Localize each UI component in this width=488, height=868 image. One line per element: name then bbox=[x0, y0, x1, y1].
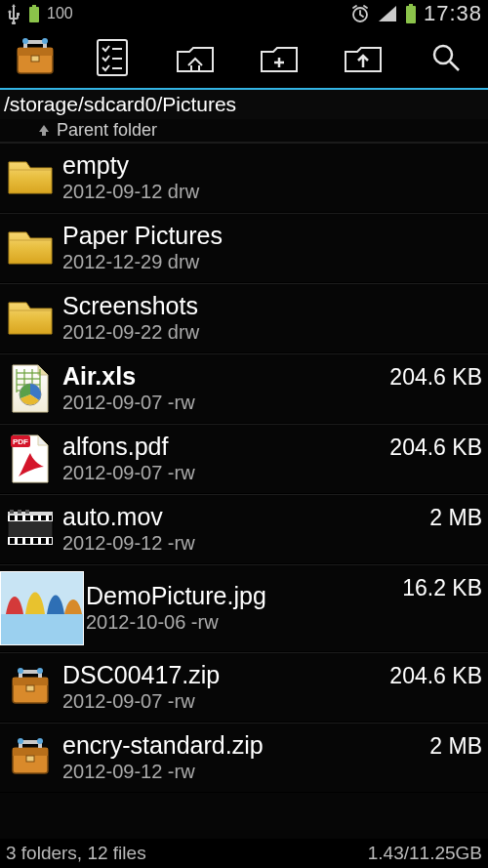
list-item-meta: 2012-09-07 -rw bbox=[62, 462, 382, 484]
svg-rect-45 bbox=[0, 610, 84, 645]
parent-folder-row[interactable]: Parent folder bbox=[0, 119, 488, 143]
svg-point-52 bbox=[37, 668, 43, 674]
svg-point-0 bbox=[8, 10, 11, 13]
search-button[interactable] bbox=[404, 27, 488, 88]
battery-icon bbox=[404, 3, 418, 24]
list-item[interactable]: DSC00417.zip2012-09-07 -rw204.6 KB bbox=[0, 652, 488, 723]
list-item-size: 2 MB bbox=[422, 501, 482, 531]
svg-point-56 bbox=[18, 738, 23, 744]
list-item-name: Paper Pictures bbox=[62, 223, 474, 250]
list-item-meta: 2012-12-29 drw bbox=[62, 251, 474, 273]
svg-rect-41 bbox=[10, 510, 14, 514]
battery-small-icon bbox=[27, 4, 41, 23]
app-icon[interactable] bbox=[0, 27, 70, 88]
svg-rect-37 bbox=[33, 538, 38, 544]
list-item-size bbox=[474, 220, 482, 224]
footer: 3 folders, 12 files 1.43/11.25GB bbox=[0, 839, 488, 868]
list-item-size: 204.6 KB bbox=[382, 360, 482, 391]
svg-rect-9 bbox=[31, 56, 39, 62]
list-item[interactable]: Paper Pictures2012-12-29 drw bbox=[0, 213, 488, 283]
alarm-icon bbox=[349, 3, 371, 24]
list-item-info: encry-standard.zip2012-09-12 -rw bbox=[62, 732, 422, 784]
list-item-meta: 2012-09-07 -rw bbox=[62, 392, 382, 414]
list-item-info: Air.xls2012-09-07 -rw bbox=[62, 363, 382, 415]
list-item-name: empty bbox=[62, 152, 474, 180]
list-item-meta: 2012-09-22 drw bbox=[62, 321, 474, 344]
svg-rect-55 bbox=[26, 756, 34, 762]
list-item[interactable]: auto.mov2012-09-12 -rw2 MB bbox=[0, 494, 488, 564]
upload-folder-button[interactable] bbox=[321, 27, 405, 88]
parent-folder-label: Parent folder bbox=[57, 120, 157, 141]
list-item[interactable]: empty2012-09-12 drw bbox=[0, 143, 488, 213]
path-bar[interactable]: /storage/sdcard0/Pictures bbox=[0, 90, 488, 119]
list-item[interactable]: PDFalfons.pdf2012-09-07 -rw204.6 KB bbox=[0, 424, 488, 494]
folder-icon bbox=[4, 222, 57, 274]
list-item-info: auto.mov2012-09-12 -rw bbox=[62, 504, 422, 556]
svg-point-57 bbox=[37, 738, 43, 744]
signal-icon bbox=[377, 4, 398, 23]
list-item-size: 204.6 KB bbox=[382, 659, 482, 689]
svg-point-10 bbox=[22, 38, 28, 44]
toolbar bbox=[0, 27, 488, 90]
list-item-size bbox=[474, 290, 482, 294]
list-item-size: 2 MB bbox=[422, 729, 482, 760]
folder-icon bbox=[4, 292, 57, 345]
folder-icon bbox=[4, 151, 57, 204]
svg-rect-8 bbox=[18, 48, 53, 56]
svg-rect-3 bbox=[32, 5, 36, 8]
list-item[interactable]: Screenshots2012-09-22 drw bbox=[0, 283, 488, 353]
list-item-name: alfons.pdf bbox=[62, 434, 382, 461]
svg-rect-35 bbox=[18, 538, 22, 544]
clock: 17:38 bbox=[424, 1, 482, 26]
svg-rect-5 bbox=[406, 6, 416, 23]
list-item-meta: 2012-09-12 -rw bbox=[62, 761, 422, 783]
svg-rect-50 bbox=[26, 685, 34, 691]
list-item-name: auto.mov bbox=[62, 504, 422, 531]
new-folder-button[interactable] bbox=[237, 27, 321, 88]
svg-point-51 bbox=[18, 668, 23, 674]
list-item[interactable]: Air.xls2012-09-07 -rw204.6 KB bbox=[0, 353, 488, 424]
svg-rect-2 bbox=[29, 7, 39, 22]
svg-rect-49 bbox=[13, 678, 48, 685]
usb-icon bbox=[6, 3, 21, 24]
up-arrow-icon bbox=[37, 121, 51, 142]
svg-rect-40 bbox=[8, 512, 53, 516]
list-item-name: DemoPicture.jpg bbox=[86, 583, 394, 610]
svg-text:PDF: PDF bbox=[13, 437, 28, 446]
zip-icon bbox=[4, 661, 57, 714]
list-item-meta: 2012-09-07 -rw bbox=[62, 690, 382, 713]
storage-space: 1.43/11.25GB bbox=[368, 843, 482, 864]
list-item-name: Air.xls bbox=[62, 363, 382, 391]
svg-rect-42 bbox=[18, 510, 21, 514]
svg-rect-36 bbox=[25, 538, 30, 544]
list-item[interactable]: DemoPicture.jpg2012-10-06 -rw16.2 KB bbox=[0, 564, 488, 652]
list-item-size: 204.6 KB bbox=[382, 431, 482, 461]
list-item-info: Screenshots2012-09-22 drw bbox=[62, 293, 474, 345]
list-item-meta: 2012-10-06 -rw bbox=[86, 611, 394, 634]
xls-icon bbox=[4, 362, 57, 415]
zip-icon bbox=[4, 731, 57, 784]
list-item-info: empty2012-09-12 drw bbox=[62, 152, 474, 204]
list-item-info: DemoPicture.jpg2012-10-06 -rw bbox=[86, 583, 394, 635]
status-bar: 100 17:38 bbox=[0, 0, 488, 27]
list-item[interactable]: encry-standard.zip2012-09-12 -rw2 MB bbox=[0, 723, 488, 793]
list-item-name: DSC00417.zip bbox=[62, 662, 382, 689]
file-list[interactable]: Parent folder empty2012-09-12 drwPaper P… bbox=[0, 119, 488, 839]
multiselect-button[interactable] bbox=[70, 27, 154, 88]
svg-rect-6 bbox=[409, 4, 413, 7]
home-folder-button[interactable] bbox=[154, 27, 238, 88]
list-item-meta: 2012-09-12 drw bbox=[62, 181, 474, 203]
mov-icon bbox=[4, 503, 57, 556]
list-item-info: alfons.pdf2012-09-07 -rw bbox=[62, 434, 382, 485]
list-item-info: Paper Pictures2012-12-29 drw bbox=[62, 223, 474, 274]
svg-rect-43 bbox=[25, 510, 29, 514]
list-item-info: DSC00417.zip2012-09-07 -rw bbox=[62, 662, 382, 714]
battery-percent: 100 bbox=[47, 5, 73, 22]
svg-rect-1 bbox=[17, 13, 20, 16]
jpg-icon bbox=[0, 571, 84, 645]
list-item-name: Screenshots bbox=[62, 293, 474, 320]
list-item-name: encry-standard.zip bbox=[62, 732, 422, 760]
svg-rect-54 bbox=[13, 748, 48, 756]
pdf-icon: PDF bbox=[4, 433, 57, 485]
svg-rect-38 bbox=[41, 538, 46, 544]
